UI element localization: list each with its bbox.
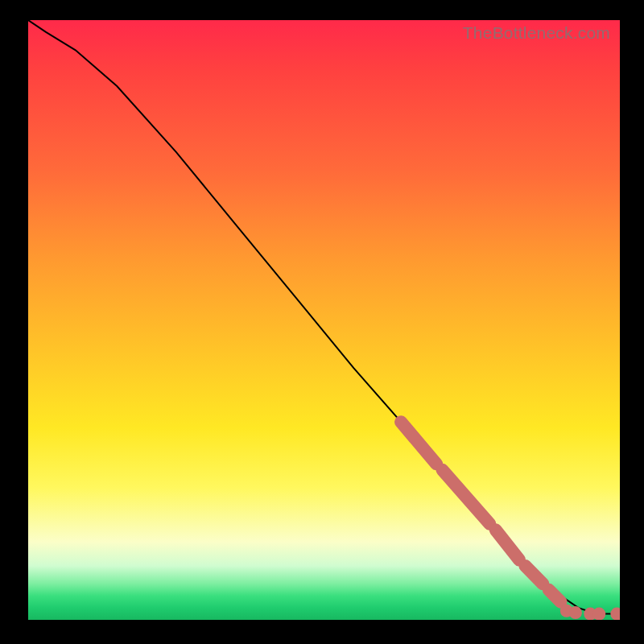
highlight-dot	[569, 606, 582, 619]
highlight-segment	[549, 590, 561, 602]
highlight-dot	[610, 608, 620, 620]
curve-line	[28, 20, 620, 614]
chart-plot-area: TheBottleneck.com	[28, 20, 620, 620]
highlight-segment	[401, 422, 436, 464]
highlight-segment	[525, 566, 543, 584]
highlight-segment	[496, 530, 519, 559]
highlight-segment	[443, 470, 490, 524]
watermark-text: TheBottleneck.com	[463, 23, 610, 43]
highlight-dot	[560, 605, 573, 617]
highlight-dots	[560, 605, 620, 620]
highlight-dot	[592, 608, 605, 620]
chart-svg	[28, 20, 620, 620]
highlight-segments	[401, 422, 560, 602]
highlight-dot	[584, 608, 597, 620]
